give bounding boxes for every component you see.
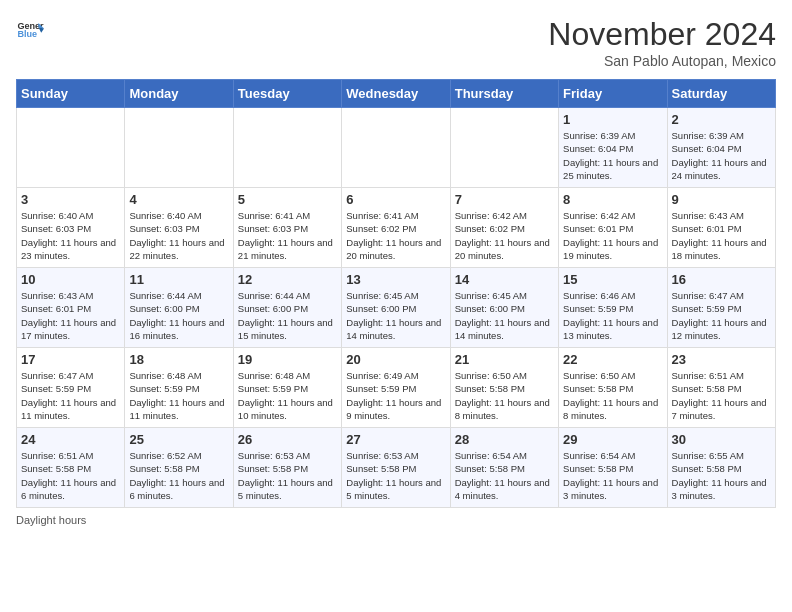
calendar-week-2: 3Sunrise: 6:40 AM Sunset: 6:03 PM Daylig… [17,188,776,268]
day-number: 16 [672,272,771,287]
day-number: 20 [346,352,445,367]
calendar-cell: 19Sunrise: 6:48 AM Sunset: 5:59 PM Dayli… [233,348,341,428]
calendar-cell: 16Sunrise: 6:47 AM Sunset: 5:59 PM Dayli… [667,268,775,348]
day-number: 4 [129,192,228,207]
day-number: 29 [563,432,662,447]
day-info: Sunrise: 6:44 AM Sunset: 6:00 PM Dayligh… [129,289,228,342]
calendar-cell: 11Sunrise: 6:44 AM Sunset: 6:00 PM Dayli… [125,268,233,348]
header-thursday: Thursday [450,80,558,108]
day-info: Sunrise: 6:53 AM Sunset: 5:58 PM Dayligh… [238,449,337,502]
logo: General Blue [16,16,44,44]
calendar-week-3: 10Sunrise: 6:43 AM Sunset: 6:01 PM Dayli… [17,268,776,348]
day-info: Sunrise: 6:43 AM Sunset: 6:01 PM Dayligh… [672,209,771,262]
calendar-body: 1Sunrise: 6:39 AM Sunset: 6:04 PM Daylig… [17,108,776,508]
day-info: Sunrise: 6:51 AM Sunset: 5:58 PM Dayligh… [21,449,120,502]
calendar-cell: 25Sunrise: 6:52 AM Sunset: 5:58 PM Dayli… [125,428,233,508]
calendar-week-5: 24Sunrise: 6:51 AM Sunset: 5:58 PM Dayli… [17,428,776,508]
title-area: November 2024 San Pablo Autopan, Mexico [548,16,776,69]
calendar-cell: 2Sunrise: 6:39 AM Sunset: 6:04 PM Daylig… [667,108,775,188]
day-number: 5 [238,192,337,207]
day-number: 11 [129,272,228,287]
calendar-cell: 9Sunrise: 6:43 AM Sunset: 6:01 PM Daylig… [667,188,775,268]
day-info: Sunrise: 6:46 AM Sunset: 5:59 PM Dayligh… [563,289,662,342]
calendar-cell: 23Sunrise: 6:51 AM Sunset: 5:58 PM Dayli… [667,348,775,428]
day-info: Sunrise: 6:49 AM Sunset: 5:59 PM Dayligh… [346,369,445,422]
day-number: 10 [21,272,120,287]
day-number: 24 [21,432,120,447]
header-saturday: Saturday [667,80,775,108]
calendar-cell: 20Sunrise: 6:49 AM Sunset: 5:59 PM Dayli… [342,348,450,428]
calendar-cell: 24Sunrise: 6:51 AM Sunset: 5:58 PM Dayli… [17,428,125,508]
day-info: Sunrise: 6:50 AM Sunset: 5:58 PM Dayligh… [563,369,662,422]
footer-note: Daylight hours [16,514,776,526]
header-sunday: Sunday [17,80,125,108]
day-number: 21 [455,352,554,367]
day-info: Sunrise: 6:44 AM Sunset: 6:00 PM Dayligh… [238,289,337,342]
day-number: 8 [563,192,662,207]
day-info: Sunrise: 6:54 AM Sunset: 5:58 PM Dayligh… [455,449,554,502]
calendar-cell: 21Sunrise: 6:50 AM Sunset: 5:58 PM Dayli… [450,348,558,428]
header: General Blue November 2024 San Pablo Aut… [16,16,776,69]
calendar-cell [342,108,450,188]
day-info: Sunrise: 6:52 AM Sunset: 5:58 PM Dayligh… [129,449,228,502]
day-info: Sunrise: 6:40 AM Sunset: 6:03 PM Dayligh… [21,209,120,262]
day-number: 6 [346,192,445,207]
day-info: Sunrise: 6:39 AM Sunset: 6:04 PM Dayligh… [672,129,771,182]
day-number: 30 [672,432,771,447]
calendar-cell: 17Sunrise: 6:47 AM Sunset: 5:59 PM Dayli… [17,348,125,428]
day-number: 12 [238,272,337,287]
calendar-cell [125,108,233,188]
day-number: 23 [672,352,771,367]
day-info: Sunrise: 6:47 AM Sunset: 5:59 PM Dayligh… [21,369,120,422]
calendar-cell: 1Sunrise: 6:39 AM Sunset: 6:04 PM Daylig… [559,108,667,188]
day-info: Sunrise: 6:41 AM Sunset: 6:02 PM Dayligh… [346,209,445,262]
svg-text:Blue: Blue [17,29,37,39]
calendar-cell: 15Sunrise: 6:46 AM Sunset: 5:59 PM Dayli… [559,268,667,348]
day-info: Sunrise: 6:42 AM Sunset: 6:02 PM Dayligh… [455,209,554,262]
day-number: 19 [238,352,337,367]
header-tuesday: Tuesday [233,80,341,108]
calendar-cell: 4Sunrise: 6:40 AM Sunset: 6:03 PM Daylig… [125,188,233,268]
calendar-cell: 8Sunrise: 6:42 AM Sunset: 6:01 PM Daylig… [559,188,667,268]
day-info: Sunrise: 6:41 AM Sunset: 6:03 PM Dayligh… [238,209,337,262]
day-number: 28 [455,432,554,447]
day-info: Sunrise: 6:47 AM Sunset: 5:59 PM Dayligh… [672,289,771,342]
day-info: Sunrise: 6:50 AM Sunset: 5:58 PM Dayligh… [455,369,554,422]
calendar-cell: 7Sunrise: 6:42 AM Sunset: 6:02 PM Daylig… [450,188,558,268]
day-number: 2 [672,112,771,127]
calendar-cell: 28Sunrise: 6:54 AM Sunset: 5:58 PM Dayli… [450,428,558,508]
day-number: 3 [21,192,120,207]
calendar-cell [450,108,558,188]
day-number: 13 [346,272,445,287]
calendar-cell: 14Sunrise: 6:45 AM Sunset: 6:00 PM Dayli… [450,268,558,348]
day-number: 22 [563,352,662,367]
day-info: Sunrise: 6:39 AM Sunset: 6:04 PM Dayligh… [563,129,662,182]
calendar-table: Sunday Monday Tuesday Wednesday Thursday… [16,79,776,508]
day-info: Sunrise: 6:43 AM Sunset: 6:01 PM Dayligh… [21,289,120,342]
calendar-cell: 26Sunrise: 6:53 AM Sunset: 5:58 PM Dayli… [233,428,341,508]
calendar-cell: 29Sunrise: 6:54 AM Sunset: 5:58 PM Dayli… [559,428,667,508]
day-info: Sunrise: 6:51 AM Sunset: 5:58 PM Dayligh… [672,369,771,422]
header-wednesday: Wednesday [342,80,450,108]
calendar-cell [233,108,341,188]
logo-icon: General Blue [16,16,44,44]
header-friday: Friday [559,80,667,108]
day-info: Sunrise: 6:48 AM Sunset: 5:59 PM Dayligh… [238,369,337,422]
day-number: 14 [455,272,554,287]
day-info: Sunrise: 6:54 AM Sunset: 5:58 PM Dayligh… [563,449,662,502]
calendar-cell: 18Sunrise: 6:48 AM Sunset: 5:59 PM Dayli… [125,348,233,428]
day-info: Sunrise: 6:53 AM Sunset: 5:58 PM Dayligh… [346,449,445,502]
calendar-cell: 6Sunrise: 6:41 AM Sunset: 6:02 PM Daylig… [342,188,450,268]
day-number: 7 [455,192,554,207]
day-number: 27 [346,432,445,447]
day-number: 15 [563,272,662,287]
calendar-cell: 3Sunrise: 6:40 AM Sunset: 6:03 PM Daylig… [17,188,125,268]
day-number: 25 [129,432,228,447]
calendar-cell: 12Sunrise: 6:44 AM Sunset: 6:00 PM Dayli… [233,268,341,348]
calendar-cell: 10Sunrise: 6:43 AM Sunset: 6:01 PM Dayli… [17,268,125,348]
day-number: 26 [238,432,337,447]
calendar-week-1: 1Sunrise: 6:39 AM Sunset: 6:04 PM Daylig… [17,108,776,188]
calendar-cell: 27Sunrise: 6:53 AM Sunset: 5:58 PM Dayli… [342,428,450,508]
day-number: 9 [672,192,771,207]
day-info: Sunrise: 6:40 AM Sunset: 6:03 PM Dayligh… [129,209,228,262]
